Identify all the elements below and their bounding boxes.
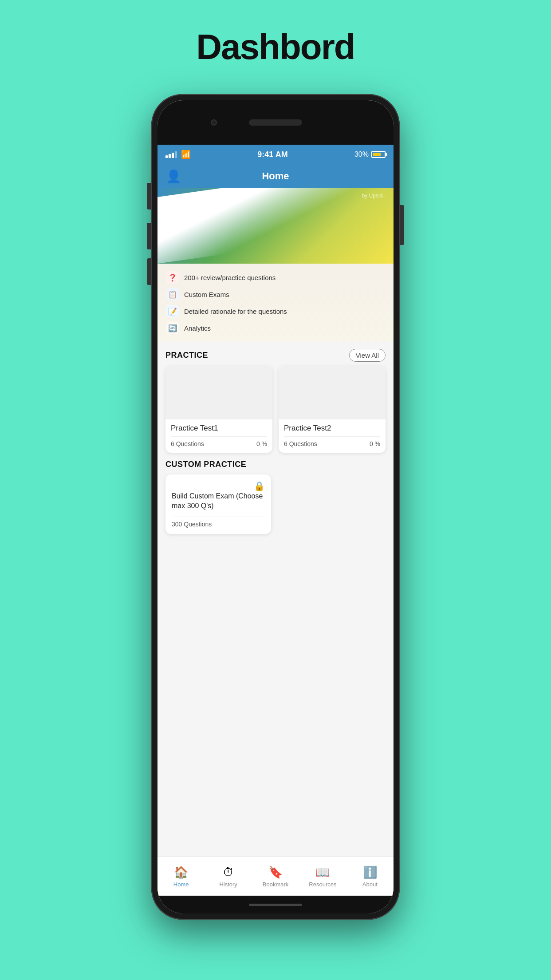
signal-bar-1 [165, 155, 168, 158]
resources-icon: 📖 [315, 865, 330, 879]
custom-practice-section: CUSTOM PRACTICE 🔒 Build Custom Exam (Cho… [157, 460, 394, 541]
card-image-area-2 [279, 366, 386, 419]
card-footer-2: 6 Questions 0 % [284, 436, 380, 447]
tab-about[interactable]: ℹ️ About [346, 865, 394, 888]
feature-item-4: 🔄 Analytics [166, 320, 385, 336]
feature-list: ❓ 200+ review/practice questions 📋 Custo… [157, 264, 394, 342]
signal-bar-3 [172, 153, 174, 158]
lock-icon: 🔒 [254, 481, 265, 491]
feature-icon-exams: 📋 [166, 288, 179, 300]
home-indicator [249, 904, 302, 906]
hero-overlay [157, 188, 394, 264]
custom-section-title: CUSTOM PRACTICE [165, 460, 386, 469]
custom-card-title: Build Custom Exam (Choose max 300 Q's) [172, 491, 265, 511]
tab-bookmark-label: Bookmark [263, 881, 289, 888]
about-icon: ℹ️ [363, 865, 377, 879]
nav-title: Home [262, 170, 289, 182]
top-bezel [157, 100, 394, 145]
history-icon: ⏱ [223, 865, 234, 879]
signal-bars [165, 151, 177, 158]
tab-about-label: About [362, 881, 378, 888]
signal-bar-2 [169, 154, 171, 158]
phone-screen: 📶 9:41 AM 30% 👤 Home by Upskill [157, 100, 394, 913]
page-title: Dashbord [196, 27, 354, 67]
avatar-icon: 👤 [166, 169, 181, 184]
custom-practice-card[interactable]: 🔒 Build Custom Exam (Choose max 300 Q's)… [165, 474, 271, 534]
card-questions-1: 6 Questions [171, 440, 204, 447]
camera-dot [211, 119, 217, 126]
battery-percent-label: 30% [354, 150, 369, 158]
card-image-area-1 [165, 366, 272, 419]
custom-card-questions: 300 Questions [172, 521, 212, 528]
nav-avatar[interactable]: 👤 [165, 168, 181, 184]
card-percent-1: 0 % [256, 440, 267, 447]
battery-fill [373, 153, 381, 156]
phone-shell: 📶 9:41 AM 30% 👤 Home by Upskill [151, 94, 400, 920]
tab-resources-label: Resources [309, 881, 336, 888]
card-footer-1: 6 Questions 0 % [171, 436, 267, 447]
card-percent-2: 0 % [370, 440, 380, 447]
status-bar: 📶 9:41 AM 30% [157, 145, 394, 164]
practice-section-header: PRACTICE View All [157, 342, 394, 366]
view-all-button[interactable]: View All [349, 349, 386, 362]
battery-box [371, 151, 386, 158]
tab-bar: 🏠 Home ⏱ History 🔖 Bookmark 📖 Resources … [157, 857, 394, 896]
card-body-2: Practice Test2 6 Questions 0 % [279, 419, 386, 453]
hero-byline: by Upskill [362, 193, 385, 199]
wifi-icon: 📶 [181, 150, 191, 159]
status-right: 30% [354, 150, 386, 158]
feature-icon-rationale: 📝 [166, 305, 179, 317]
tab-home[interactable]: 🏠 Home [157, 865, 205, 888]
card-body-1: Practice Test1 6 Questions 0 % [165, 419, 272, 453]
practice-section-title: PRACTICE [165, 351, 208, 360]
feature-text-questions: 200+ review/practice questions [184, 274, 276, 281]
card-title-1: Practice Test1 [171, 424, 267, 433]
practice-cards-row: Practice Test1 6 Questions 0 % Practice … [157, 366, 394, 460]
feature-item-1: ❓ 200+ review/practice questions [166, 269, 385, 286]
tab-bookmark[interactable]: 🔖 Bookmark [252, 865, 299, 888]
bookmark-icon: 🔖 [268, 865, 283, 879]
bottom-bezel [157, 896, 394, 913]
feature-item-3: 📝 Detailed rationale for the questions [166, 303, 385, 320]
hero-banner: by Upskill [157, 188, 394, 264]
feature-icon-analytics: 🔄 [166, 322, 179, 334]
feature-item-2: 📋 Custom Exams [166, 286, 385, 303]
practice-card-2[interactable]: Practice Test2 6 Questions 0 % [279, 366, 386, 453]
status-left: 📶 [165, 150, 191, 159]
battery-container [371, 151, 386, 158]
practice-card-1[interactable]: Practice Test1 6 Questions 0 % [165, 366, 272, 453]
feature-text-rationale: Detailed rationale for the questions [184, 308, 287, 315]
feature-text-exams: Custom Exams [184, 291, 229, 298]
card-title-2: Practice Test2 [284, 424, 380, 433]
feature-text-analytics: Analytics [184, 324, 211, 332]
feature-icon-questions: ❓ [166, 271, 179, 284]
home-icon: 🏠 [174, 865, 188, 879]
tab-history[interactable]: ⏱ History [205, 865, 252, 888]
tab-resources[interactable]: 📖 Resources [299, 865, 346, 888]
main-content: PRACTICE View All Practice Test1 6 Quest… [157, 342, 394, 857]
signal-bar-4 [175, 151, 177, 158]
tab-history-label: History [219, 881, 237, 888]
tab-home-label: Home [173, 881, 189, 888]
speaker-slot [249, 119, 302, 126]
card-questions-2: 6 Questions [284, 440, 317, 447]
nav-header: 👤 Home [157, 164, 394, 188]
status-time: 9:41 AM [257, 150, 287, 159]
custom-card-footer: 300 Questions [172, 517, 265, 528]
